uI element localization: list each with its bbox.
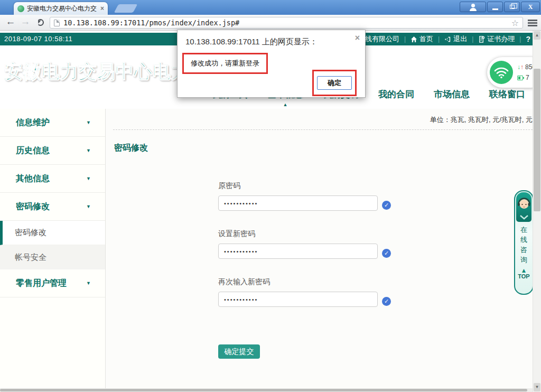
content-panel: 单位：兆瓦, 兆瓦时, 元/兆瓦时, 元 密码修改 原密码 ✓ 设置新密码 <box>106 109 541 388</box>
confirm-password-input[interactable] <box>218 292 378 307</box>
annotation-message-box: 修改成功，请重新登录 <box>182 53 268 74</box>
dialog-message: 修改成功，请重新登录 <box>184 54 266 72</box>
company-name: 线有限公司 <box>365 34 399 44</box>
consult-label: 在 线 咨 询 <box>520 225 527 265</box>
back-to-top-arrow-icon[interactable]: ▲ <box>521 268 527 273</box>
nav-item-market-info[interactable]: 市场信息 <box>434 88 470 100</box>
logout-link[interactable]: 退出 <box>444 34 467 44</box>
certificate-icon <box>478 36 485 43</box>
tab-title: 安徽电力交易中心电力交 <box>27 4 98 13</box>
home-link-label: 首页 <box>419 34 433 44</box>
confirm-password-field: 再次输入新密码 ✓ <box>218 277 533 307</box>
browser-menu-icon[interactable] <box>528 20 537 27</box>
sidebar: 信息维护 ▼ 历史信息 ▼ 其他信息 ▼ 密码修改 ▼ 密码修改 帐号安全 <box>0 109 106 388</box>
new-tab-button[interactable] <box>114 4 138 13</box>
tab-favicon-icon <box>17 5 24 12</box>
scroll-down-icon[interactable]: ▼ <box>534 383 540 391</box>
separator: | <box>519 35 521 43</box>
upload-arrow-icon: ↑ <box>520 63 524 71</box>
forward-button[interactable]: → <box>19 16 32 27</box>
sidebar-group-label: 其他信息 <box>16 173 50 184</box>
nav-item-my-contracts[interactable]: 我的合同 <box>378 88 414 100</box>
home-link[interactable]: 首页 <box>411 34 433 44</box>
chevron-down-icon: ▼ <box>86 176 91 181</box>
new-password-field: 设置新密码 ✓ <box>218 229 533 259</box>
chevron-down-icon: ▼ <box>86 204 91 209</box>
consult-char: 线 <box>520 235 527 245</box>
check-circle-icon: ✓ <box>382 297 391 306</box>
separator: | <box>438 35 440 43</box>
old-password-field: 原密码 ✓ <box>218 181 533 211</box>
bookmark-star-icon[interactable]: ☆ <box>511 18 519 28</box>
check-circle-icon: ✓ <box>382 249 391 258</box>
sidebar-group-info-maintenance[interactable]: 信息维护 ▼ <box>0 109 105 137</box>
minimize-button[interactable] <box>487 2 503 12</box>
wifi-icon <box>494 66 509 79</box>
nav-item-contact-window[interactable]: 联络窗口 <box>489 88 525 100</box>
logout-link-label: 退出 <box>453 34 467 44</box>
dialog-title: 10.138.108.99:17011 上的网页显示： <box>185 37 318 47</box>
vertical-scrollbar[interactable]: ▲ ▼ <box>533 31 541 392</box>
chevron-down-icon: ▼ <box>86 120 91 125</box>
sidebar-group-label: 信息维护 <box>16 117 50 128</box>
sidebar-sub-account-security[interactable]: 帐号安全 <box>0 245 105 269</box>
consult-char: 咨 <box>520 245 527 255</box>
alert-dialog: 10.138.108.99:17011 上的网页显示： × 修改成功，请重新登录… <box>177 30 366 98</box>
separator: | <box>404 35 406 43</box>
sidebar-sub-password-change[interactable]: 密码修改 <box>0 221 105 245</box>
address-bar[interactable]: 10.138.108.99:17011/pmos/index/index.jsp… <box>50 17 523 29</box>
old-password-label: 原密码 <box>218 181 533 191</box>
online-consult-widget[interactable]: 在 线 咨 询 ▲ TOP <box>514 190 534 295</box>
timestamp: 2018-09-07 10:58:11 <box>4 35 72 43</box>
reload-icon[interactable] <box>37 19 44 26</box>
browser-titlebar: 安徽电力交易中心电力交 × X <box>0 0 541 15</box>
home-icon <box>411 36 417 43</box>
chevron-down-icon: ▼ <box>86 281 91 286</box>
sidebar-group-label: 历史信息 <box>16 145 50 156</box>
chevron-down-icon: ▼ <box>86 148 91 153</box>
minimize-icon <box>492 8 498 10</box>
dashed-divider <box>113 129 533 130</box>
annotation-ok-box: 确定 <box>312 70 357 96</box>
consult-char: 询 <box>520 255 527 265</box>
question-icon: ? <box>526 35 530 43</box>
restore-icon <box>510 5 515 9</box>
certificate-link[interactable]: 证书办理 <box>478 34 515 44</box>
horizontal-scrollbar[interactable] <box>0 388 533 392</box>
profile-button[interactable] <box>460 2 486 12</box>
agent-avatar-icon <box>516 192 531 222</box>
page-icon <box>54 20 60 26</box>
old-password-input[interactable] <box>218 195 378 211</box>
check-circle-icon: ✓ <box>382 201 391 210</box>
back-button[interactable]: ← <box>4 16 17 27</box>
restore-button[interactable] <box>504 2 520 12</box>
sidebar-group-password-change[interactable]: 密码修改 ▼ <box>0 193 105 221</box>
password-form: 原密码 ✓ 设置新密码 ✓ 再次输入新密码 <box>218 181 533 359</box>
units-note: 单位：兆瓦, 兆瓦时, 元/兆瓦时, 元 <box>113 115 533 125</box>
sidebar-group-history-info[interactable]: 历史信息 ▼ <box>0 137 105 165</box>
dialog-ok-button[interactable]: 确定 <box>317 76 352 90</box>
dialog-close-icon[interactable]: × <box>355 33 360 43</box>
horizontal-scrollbar-thumb[interactable] <box>0 389 527 391</box>
active-tab-caret-icon: ▲ <box>283 102 288 107</box>
close-window-button[interactable]: X <box>521 2 540 12</box>
new-password-input[interactable] <box>218 244 378 259</box>
browser-window: 安徽电力交易中心电力交 × X ← → 10.138.108.99:17011/… <box>0 0 541 392</box>
consult-char: 在 <box>520 225 527 235</box>
browser-tab[interactable]: 安徽电力交易中心电力交 × <box>14 2 108 15</box>
battery-icon <box>517 76 523 80</box>
certificate-link-label: 证书办理 <box>487 34 515 44</box>
scroll-up-icon[interactable]: ▲ <box>534 31 540 40</box>
browser-toolbar: ← → 10.138.108.99:17011/pmos/index/index… <box>0 15 541 31</box>
submit-button[interactable]: 确定提交 <box>218 344 260 359</box>
vertical-scrollbar-thumb[interactable] <box>534 69 540 211</box>
tab-close-icon[interactable]: × <box>100 5 104 12</box>
separator: | <box>472 35 473 43</box>
back-to-top-label[interactable]: TOP <box>518 273 529 279</box>
url-text[interactable]: 10.138.108.99:17011/pmos/index/index.jsp… <box>63 18 511 27</box>
wifi-circle <box>490 61 513 84</box>
sidebar-group-other-info[interactable]: 其他信息 ▼ <box>0 165 105 193</box>
top-links: 线有限公司 | 首页 | 退出 | 证书办理 | ? <box>365 33 541 45</box>
user-icon <box>471 4 475 7</box>
sidebar-group-retail-user-management[interactable]: 零售用户管理 ▼ <box>0 269 105 297</box>
